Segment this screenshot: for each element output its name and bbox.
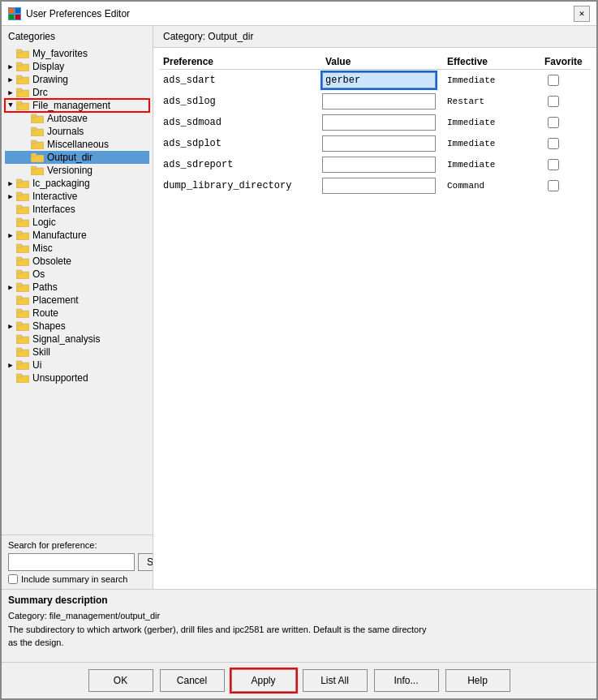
tree-item-interactive[interactable]: ▶ Interactive bbox=[5, 190, 149, 203]
pref-value-input[interactable] bbox=[322, 157, 436, 173]
pref-value-input[interactable] bbox=[322, 135, 436, 152]
expand-arrow[interactable]: ▶ bbox=[5, 361, 16, 370]
pref-name: ads_sdreport bbox=[160, 159, 322, 170]
tree-item-misc[interactable]: Misc bbox=[5, 242, 149, 255]
svg-rect-19 bbox=[31, 140, 37, 144]
include-summary-checkbox[interactable] bbox=[8, 574, 18, 584]
tree-item-drawing[interactable]: ▶ Drawing bbox=[5, 73, 149, 86]
tree-item-skill[interactable]: Skill bbox=[5, 346, 149, 359]
cancel-button[interactable]: Cancel bbox=[160, 669, 225, 692]
tree-container[interactable]: My_favorites▶ Display▶ Drawing▶ Drc▼ Fil… bbox=[2, 47, 153, 535]
info-button[interactable]: Info... bbox=[374, 669, 439, 692]
ok-button[interactable]: OK bbox=[88, 669, 153, 692]
search-label: Search for preference: bbox=[8, 540, 146, 550]
tree-item-ui[interactable]: ▶ Ui bbox=[5, 359, 149, 371]
expand-arrow[interactable]: ▶ bbox=[5, 283, 16, 292]
tree-item-journals[interactable]: Journals bbox=[5, 125, 149, 138]
tree-item-miscellaneous[interactable]: Miscellaneous bbox=[5, 138, 149, 151]
svg-rect-21 bbox=[31, 153, 37, 157]
folder-icon bbox=[16, 88, 29, 97]
tree-item-manufacture[interactable]: ▶ Manufacture bbox=[5, 229, 149, 242]
svg-rect-51 bbox=[16, 348, 22, 351]
expand-arrow[interactable]: ▶ bbox=[5, 88, 16, 97]
list-all-button[interactable]: List All bbox=[303, 669, 368, 692]
svg-rect-1 bbox=[15, 8, 20, 13]
tree-item-label: Placement bbox=[32, 294, 79, 306]
svg-rect-3 bbox=[15, 15, 20, 19]
search-input[interactable] bbox=[8, 553, 135, 571]
tree-item-label: Autosave bbox=[47, 113, 88, 124]
tree-item-versioning[interactable]: Versioning bbox=[5, 164, 149, 177]
categories-label: Categories bbox=[2, 26, 153, 47]
folder-icon bbox=[16, 256, 29, 266]
expand-arrow[interactable]: ▶ bbox=[5, 62, 16, 71]
window-title: User Preferences Editor bbox=[26, 8, 130, 19]
tree-item-placement[interactable]: Placement bbox=[5, 294, 149, 307]
pref-effective: Immediate bbox=[444, 139, 541, 148]
tree-item-label: File_management bbox=[32, 100, 110, 111]
favorite-checkbox[interactable] bbox=[548, 159, 559, 170]
expand-arrow[interactable]: ▶ bbox=[5, 192, 16, 201]
tree-item-unsupported[interactable]: Unsupported bbox=[5, 371, 149, 384]
pref-value-input[interactable] bbox=[322, 93, 436, 110]
expand-arrow[interactable]: ▼ bbox=[5, 101, 16, 110]
expand-arrow[interactable]: ▶ bbox=[5, 231, 16, 240]
svg-rect-7 bbox=[16, 62, 22, 66]
svg-rect-31 bbox=[16, 218, 22, 221]
col-preference: Preference bbox=[160, 56, 322, 67]
folder-icon bbox=[31, 165, 44, 175]
tree-item-label: Shapes bbox=[32, 320, 66, 332]
tree-item-label: Versioning bbox=[47, 165, 92, 176]
svg-rect-27 bbox=[16, 192, 22, 195]
tree-item-my_favorites[interactable]: My_favorites bbox=[5, 47, 149, 60]
svg-rect-9 bbox=[16, 75, 22, 79]
tree-item-label: Display bbox=[32, 61, 64, 72]
tree-item-label: Misc bbox=[32, 243, 53, 254]
tree-item-autosave[interactable]: Autosave bbox=[5, 112, 149, 125]
expand-arrow[interactable]: ▶ bbox=[5, 179, 16, 188]
svg-rect-17 bbox=[31, 127, 37, 131]
folder-icon bbox=[16, 347, 29, 357]
tree-item-shapes[interactable]: ▶ Shapes bbox=[5, 320, 149, 333]
favorite-checkbox[interactable] bbox=[548, 180, 559, 191]
tree-item-signal_analysis[interactable]: Signal_analysis bbox=[5, 333, 149, 346]
close-button[interactable]: ✕ bbox=[574, 6, 590, 22]
tree-item-label: Manufacture bbox=[32, 230, 87, 241]
search-button[interactable]: Search bbox=[138, 553, 153, 571]
tree-item-drc[interactable]: ▶ Drc bbox=[5, 86, 149, 99]
favorite-checkbox[interactable] bbox=[548, 96, 559, 107]
svg-rect-33 bbox=[16, 231, 22, 234]
tree-item-obsolete[interactable]: Obsolete bbox=[5, 255, 149, 268]
summary-text: Category: file_management/output_dir The… bbox=[8, 609, 590, 650]
apply-button[interactable]: Apply bbox=[231, 669, 296, 692]
expand-arrow[interactable]: ▶ bbox=[5, 75, 16, 84]
tree-item-paths[interactable]: ▶ Paths bbox=[5, 281, 149, 294]
tree-item-label: Obsolete bbox=[32, 256, 71, 267]
table-header: Preference Value Effective Favorite bbox=[160, 54, 590, 70]
folder-icon bbox=[16, 49, 29, 58]
tree-item-os[interactable]: Os bbox=[5, 268, 149, 281]
pref-value-input[interactable] bbox=[322, 178, 436, 194]
tree-item-label: Skill bbox=[32, 346, 50, 358]
tree-item-ic_packaging[interactable]: ▶ Ic_packaging bbox=[5, 177, 149, 190]
folder-icon bbox=[16, 204, 29, 214]
svg-rect-47 bbox=[16, 322, 22, 325]
pref-value-input[interactable] bbox=[322, 114, 436, 131]
tree-item-logic[interactable]: Logic bbox=[5, 216, 149, 229]
pref-value-input[interactable] bbox=[322, 72, 436, 88]
tree-item-interfaces[interactable]: Interfaces bbox=[5, 203, 149, 216]
tree-item-route[interactable]: Route bbox=[5, 307, 149, 320]
tree-item-file_management[interactable]: ▼ File_management bbox=[5, 99, 149, 112]
help-button[interactable]: Help bbox=[445, 669, 510, 692]
search-area: Search for preference: Search Include su… bbox=[2, 535, 153, 589]
tree-item-display[interactable]: ▶ Display bbox=[5, 60, 149, 73]
main-content: Categories My_favorites▶ Display▶ Drawin… bbox=[2, 26, 596, 589]
favorite-checkbox[interactable] bbox=[548, 117, 559, 128]
favorite-checkbox[interactable] bbox=[548, 138, 559, 149]
folder-icon bbox=[31, 127, 44, 136]
tree-item-output_dir[interactable]: Output_dir bbox=[5, 151, 149, 164]
table-row: ads_sdreportImmediate bbox=[160, 154, 590, 175]
favorite-checkbox[interactable] bbox=[548, 75, 559, 86]
expand-arrow[interactable]: ▶ bbox=[5, 322, 16, 331]
folder-icon bbox=[16, 295, 29, 305]
